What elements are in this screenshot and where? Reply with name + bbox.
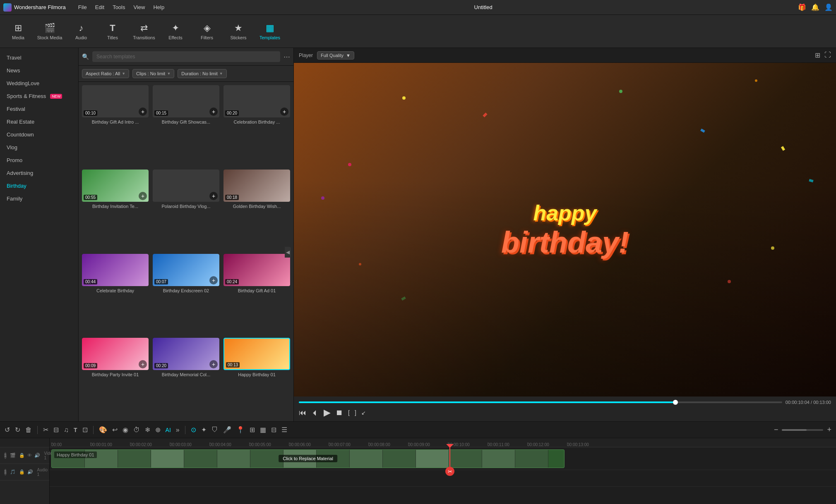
tl-zoom-fit-btn[interactable]: ◉ xyxy=(121,425,130,435)
fullscreen-icon[interactable]: ⛶ xyxy=(824,51,831,59)
sidebar-item-vlog[interactable]: Vlog xyxy=(0,141,78,154)
menu-view[interactable]: View xyxy=(129,0,149,15)
tl-redo-btn[interactable]: ↻ xyxy=(14,425,22,435)
video-clip-1[interactable]: Happy Birthday 01 Click to Replace Mater… xyxy=(51,449,565,468)
audio-lock-icon[interactable]: 🔒 xyxy=(19,469,25,475)
tl-cut-btn[interactable]: ✂ xyxy=(42,425,50,435)
tl-merge-btn[interactable]: ⊕ xyxy=(154,425,162,435)
progress-bar[interactable] xyxy=(299,401,782,403)
clip-replace-btn[interactable]: Click to Replace Material xyxy=(279,455,337,462)
tool-titles[interactable]: T Titles xyxy=(98,17,127,46)
template-add-4[interactable]: + xyxy=(139,192,147,200)
rewind-btn[interactable]: ⏮ xyxy=(299,408,306,417)
playhead[interactable]: ✂ xyxy=(449,447,450,470)
step-back-btn[interactable]: ⏴ xyxy=(311,408,319,417)
template-polaroid-vlog[interactable]: + Polaroid Birthday Vlog... xyxy=(153,170,219,250)
template-birthday-invitation[interactable]: 00:55 + Birthday Invitation Te... xyxy=(82,170,149,250)
tl-columns-btn[interactable]: ☰ xyxy=(280,425,288,435)
sidebar-item-festival[interactable]: Festival xyxy=(0,103,78,115)
tool-transitions[interactable]: ⇄ Transitions xyxy=(129,17,159,46)
template-add-3[interactable]: + xyxy=(280,107,288,116)
tool-audio[interactable]: ♪ Audio xyxy=(66,17,96,46)
tl-mic-btn[interactable]: 🎤 xyxy=(222,425,233,435)
menu-help[interactable]: Help xyxy=(149,0,168,15)
tl-undo-btn[interactable]: ↺ xyxy=(3,425,11,435)
tl-marker-btn[interactable]: 📍 xyxy=(235,425,246,435)
tool-media[interactable]: ⊞ Media xyxy=(3,17,33,46)
mark-out-btn[interactable]: ] xyxy=(355,409,356,416)
template-golden-birthday-wish[interactable]: 00:18 Golden Birthday Wish... xyxy=(223,170,290,250)
sidebar-item-sports-fitness[interactable]: Sports & Fitness NEW xyxy=(0,90,78,103)
menu-edit[interactable]: Edit xyxy=(91,0,108,15)
template-birthday-party-invite[interactable]: 00:09 + Birthday Party Invite 01 xyxy=(82,338,149,418)
tl-shield-btn[interactable]: ⛉ xyxy=(210,425,219,435)
template-celebrate-birthday[interactable]: 00:44 Celebrate Birthday xyxy=(82,254,149,334)
tl-overlay-btn[interactable]: ⊞ xyxy=(248,425,256,435)
duration-filter[interactable]: Duration : No limit ▼ xyxy=(178,69,226,78)
template-birthday-memorial[interactable]: 00:20 + Birthday Memorial Col... xyxy=(153,338,219,418)
bell-icon[interactable]: 🔔 xyxy=(811,3,819,11)
more-options-icon[interactable]: ⋯ xyxy=(283,53,290,61)
tl-more-btn[interactable]: » xyxy=(175,425,181,435)
template-birthday-gift-ad-intro[interactable]: 00:10 + Birthday Gift Ad Intro ... xyxy=(82,85,149,165)
tl-speed-btn[interactable]: ⏱ xyxy=(132,425,141,435)
template-birthday-gift-showcase[interactable]: 00:15 + Birthday Gift Showcas... xyxy=(153,85,219,165)
tl-fx-btn[interactable]: ✦ xyxy=(200,425,208,435)
gift-icon[interactable]: 🎁 xyxy=(798,3,806,11)
tl-rotate-btn[interactable]: ↩ xyxy=(111,425,119,435)
template-add-11[interactable]: + xyxy=(209,360,218,368)
template-add-1[interactable]: + xyxy=(139,107,147,116)
tl-extra-btn[interactable]: ⊟ xyxy=(270,425,278,435)
quality-select[interactable]: Full Quality ▼ xyxy=(317,51,354,60)
sidebar-item-countdown[interactable]: Countdown xyxy=(0,128,78,141)
video-eye-icon[interactable]: 👁 xyxy=(27,453,32,458)
tool-templates[interactable]: ▦ Templates xyxy=(255,17,285,46)
tl-split-btn[interactable]: ⊟ xyxy=(52,425,60,435)
tool-filters[interactable]: ◈ Filters xyxy=(192,17,222,46)
tl-ai-btn[interactable]: AI xyxy=(164,425,172,435)
tl-freeze-btn[interactable]: ❄ xyxy=(144,425,151,435)
sidebar-item-family[interactable]: Family xyxy=(0,192,78,205)
zoom-slider[interactable] xyxy=(782,429,823,431)
tool-stock-media[interactable]: 🎬 Stock Media xyxy=(35,17,65,46)
sidebar-item-news[interactable]: News xyxy=(0,64,78,77)
tl-color-btn[interactable]: 🎨 xyxy=(98,425,108,435)
template-add-10[interactable]: + xyxy=(139,360,147,368)
video-mute-icon[interactable]: 🔊 xyxy=(34,453,40,458)
grid-view-icon[interactable]: ⊞ xyxy=(815,51,820,59)
video-lock-icon[interactable]: 🔒 xyxy=(19,453,25,458)
account-icon[interactable]: 👤 xyxy=(824,3,833,11)
template-add-8[interactable]: + xyxy=(209,276,218,284)
stop-btn[interactable]: ⏹ xyxy=(336,408,343,417)
play-btn[interactable]: ▶ xyxy=(324,407,331,418)
tl-snap-btn[interactable]: ▦ xyxy=(259,425,267,435)
menu-tools[interactable]: Tools xyxy=(108,0,129,15)
sidebar-item-advertising[interactable]: Advertising xyxy=(0,167,78,179)
tl-text-btn[interactable]: T xyxy=(72,425,79,435)
tl-auto-btn[interactable]: ⊙ xyxy=(190,425,197,435)
tool-stickers[interactable]: ★ Stickers xyxy=(223,17,253,46)
template-birthday-gift-ad-01[interactable]: 00:24 Birthday Gift Ad 01 xyxy=(223,254,290,334)
sidebar-item-real-estate[interactable]: Real Estate xyxy=(0,115,78,128)
sidebar-item-promo[interactable]: Promo xyxy=(0,154,78,167)
search-input[interactable] xyxy=(92,51,280,62)
sidebar-item-weddinglove[interactable]: WeddingLove xyxy=(0,77,78,90)
mark-in-btn[interactable]: [ xyxy=(348,409,350,416)
zoom-in-btn[interactable]: + xyxy=(826,424,833,435)
tl-crop-btn[interactable]: ⊡ xyxy=(81,425,89,435)
template-birthday-endscreen[interactable]: 00:07 + Birthday Endscreen 02 xyxy=(153,254,219,334)
sidebar-collapse-btn[interactable]: ◀ xyxy=(285,247,291,258)
template-add-2[interactable]: + xyxy=(209,107,218,116)
sidebar-item-travel[interactable]: Travel xyxy=(0,51,78,64)
template-happy-birthday-01[interactable]: 00:13 Happy Birthday 01 xyxy=(223,338,290,418)
zoom-out-btn[interactable]: − xyxy=(773,424,780,435)
insert-btn[interactable]: ↙ xyxy=(361,410,366,416)
template-celebration-birthday[interactable]: 00:20 + Celebration Birthday ... xyxy=(223,85,290,165)
template-add-5[interactable]: + xyxy=(209,192,218,200)
aspect-ratio-filter[interactable]: Aspect Ratio : All ▼ xyxy=(82,69,129,78)
audio-mute-icon[interactable]: 🔊 xyxy=(27,469,33,475)
tl-audio-btn[interactable]: ♫ xyxy=(62,425,70,435)
clips-filter[interactable]: Clips : No limit ▼ xyxy=(132,69,174,78)
tl-delete-btn[interactable]: 🗑 xyxy=(24,425,33,435)
menu-file[interactable]: File xyxy=(74,0,91,15)
